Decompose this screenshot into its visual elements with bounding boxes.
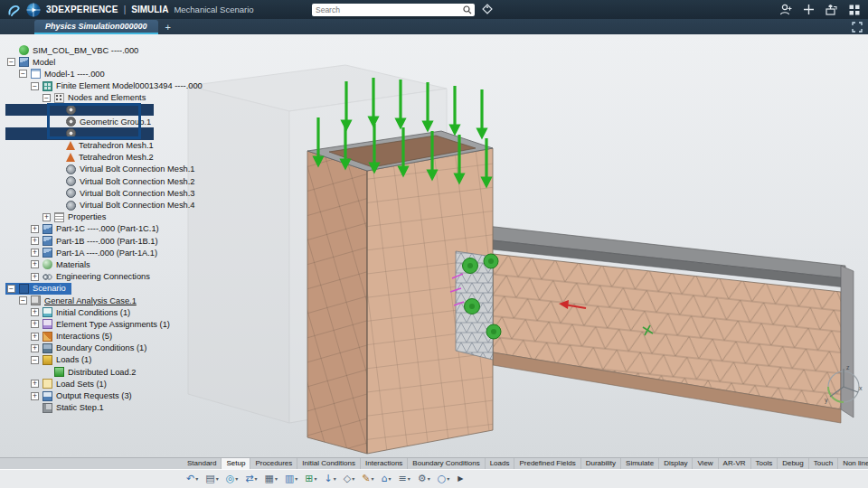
search-input[interactable] <box>312 5 463 14</box>
web-icon-button[interactable]: ◎▾ <box>223 473 241 485</box>
tree-item-label[interactable]: Virtual Bolt Connection Mesh.4 <box>80 201 194 210</box>
edit-icon-button[interactable]: ✎▾ <box>359 473 376 485</box>
collapse-icon[interactable]: − <box>7 58 15 66</box>
tree-item-label[interactable]: Model-1 ----.000 <box>44 70 105 79</box>
expand-icon[interactable]: + <box>31 320 39 328</box>
list-icon-button[interactable]: ≡▾ <box>396 473 413 485</box>
expand-icon[interactable]: + <box>31 392 39 400</box>
collapse-icon[interactable]: − <box>19 296 27 305</box>
chevron-down-icon[interactable]: ▾ <box>255 475 258 482</box>
tree-item-load-sets-1[interactable]: +Load Sets (1) <box>5 378 112 389</box>
ribbon-tab-procedures[interactable]: Procedures <box>250 458 297 469</box>
tree-item-element-type-assignments-1[interactable]: +Element Type Assignments (1) <box>5 318 175 330</box>
ribbon-tab-display[interactable]: Display <box>659 458 693 469</box>
collapse-icon[interactable]: − <box>19 70 27 78</box>
expand-icon[interactable]: + <box>31 225 39 233</box>
expand-icon[interactable]: + <box>31 237 39 245</box>
tree-item-label[interactable]: Static Step.1 <box>56 403 104 412</box>
tree-item-label[interactable]: Element Type Assignments (1) <box>56 320 170 329</box>
tree-item-general-analysis-case-1[interactable]: −General Analysis Case.1 <box>5 295 142 306</box>
add-icon[interactable] <box>803 4 815 15</box>
collapse-icon[interactable]: − <box>31 356 39 364</box>
viewport-3d[interactable]: x y z +SIM_COL_BM_VBC ----.000−Model−Mod… <box>0 34 868 457</box>
tree-item-output-requests-3[interactable]: +Output Requests (3) <box>5 389 137 401</box>
tree-item-label[interactable]: Initial Conditions (1) <box>56 308 130 317</box>
tree-item-scenario[interactable]: −Scenario <box>5 283 71 295</box>
ribbon-tab-debug[interactable]: Debug <box>778 458 809 469</box>
grid-icon-button[interactable]: ⊞▾ <box>302 473 319 485</box>
tree-item-label[interactable]: Tetrahedron Mesh.1 <box>79 141 154 150</box>
chevron-down-icon[interactable]: ▾ <box>389 475 392 482</box>
tree-item-sim-col-bm-vbc-000[interactable]: +SIM_COL_BM_VBC ----.000 <box>5 44 144 56</box>
chevron-down-icon[interactable]: ▾ <box>352 475 354 482</box>
tree-item-tetrahedron-mesh-2[interactable]: +Tetrahedron Mesh.2 <box>5 152 159 164</box>
collapse-icon[interactable]: − <box>7 285 15 293</box>
tree-item-label[interactable]: Virtual Bolt Connection Mesh.2 <box>80 177 194 186</box>
import-icon-button[interactable]: ↓▾ <box>322 473 339 485</box>
tree-item-distributed-load-2[interactable]: +Distributed Load.2 <box>5 366 141 378</box>
expand-icon[interactable]: + <box>42 213 51 221</box>
ribbon-tab-predefined-fields[interactable]: Predefined Fields <box>514 458 580 469</box>
tree-item-label[interactable]: Output Requests (3) <box>56 391 132 400</box>
tree-item-virtual-bolt-connection-mesh-1[interactable]: +Virtual Bolt Connection Mesh.1 <box>5 164 200 175</box>
collapse-icon[interactable]: − <box>31 82 39 90</box>
transfer-icon-button[interactable]: ⇄▾ <box>242 473 259 485</box>
tree-item-label[interactable]: Part-1C ----.000 (Part-1C.1) <box>56 224 159 233</box>
clipboard-icon-button[interactable]: ▤▾ <box>203 473 221 485</box>
new-tab-button[interactable]: + <box>158 20 178 34</box>
tree-item-label[interactable]: Loads (1) <box>56 355 91 364</box>
apps-icon[interactable] <box>848 4 861 16</box>
tree-item-finite-element-model00013494-000[interactable]: −Finite Element Model00013494 ----.000 <box>5 80 208 92</box>
expand-icon[interactable]: + <box>31 249 39 257</box>
tag-icon[interactable] <box>480 2 495 16</box>
chevron-down-icon[interactable]: ▾ <box>408 475 410 482</box>
tree-item-label[interactable]: Load Sets (1) <box>56 380 107 389</box>
tree-item-tetrahedron-mesh-1[interactable]: +Tetrahedron Mesh.1 <box>5 140 159 152</box>
panel-icon-button[interactable]: ▥▾ <box>282 473 300 485</box>
chevron-down-icon[interactable]: ▾ <box>315 475 317 482</box>
tree-item-properties[interactable]: +Properties <box>5 211 111 223</box>
chevron-down-icon[interactable]: ▾ <box>428 475 430 482</box>
tree-item-label[interactable]: Nodes and Elements <box>68 93 146 102</box>
chevron-down-icon[interactable]: ▾ <box>275 475 278 482</box>
tree-item-part-1a-000-part-1a-1[interactable]: +Part-1A ----.000 (Part-1A.1) <box>5 247 163 258</box>
chevron-down-icon[interactable]: ▾ <box>372 475 374 482</box>
tree-item-part-1c-000-part-1c-1[interactable]: +Part-1C ----.000 (Part-1C.1) <box>5 223 165 235</box>
ribbon-tab-setup[interactable]: Setup <box>222 458 250 469</box>
tree-item-virtual-bolt-connection-mesh-3[interactable]: +Virtual Bolt Connection Mesh.3 <box>5 187 200 199</box>
tree-item-label[interactable]: Tetrahedron Mesh.2 <box>79 153 154 162</box>
fullscreen-icon[interactable] <box>852 22 863 33</box>
ribbon-tab-ar-vr[interactable]: AR-VR <box>719 458 751 469</box>
table-icon-button[interactable]: ▦▾ <box>262 473 280 485</box>
home-icon-button[interactable]: ⌂▾ <box>379 473 394 485</box>
tree-item-boundary-conditions-1[interactable]: +Boundary Conditions (1) <box>5 343 152 354</box>
chevron-down-icon[interactable]: ▾ <box>447 475 449 482</box>
collapse-icon[interactable]: − <box>42 94 51 102</box>
tree-item-label[interactable]: Part-1A ----.000 (Part-1A.1) <box>56 249 157 258</box>
tree-item-label[interactable]: Materials <box>56 260 90 269</box>
search-icon[interactable] <box>463 5 472 14</box>
ribbon-tab-standard[interactable]: Standard <box>183 458 222 469</box>
expand-icon[interactable]: + <box>31 333 39 341</box>
ribbon-tab-simulate[interactable]: Simulate <box>621 458 659 469</box>
user-icon[interactable] <box>778 3 793 17</box>
tree-item-label[interactable]: Virtual Bolt Connection Mesh.3 <box>80 189 194 198</box>
tree-item-label[interactable]: Boundary Conditions (1) <box>56 343 146 352</box>
tree-item-loads-1[interactable]: −Loads (1) <box>5 354 97 366</box>
ribbon-tab-non-linear-versioning[interactable]: Non linear versioning <box>838 458 868 469</box>
tree-item-static-step-1[interactable]: +Static Step.1 <box>5 402 109 414</box>
ribbon-tab-durability[interactable]: Durability <box>581 458 621 469</box>
tree-item-nodes-and-elements[interactable]: −Nodes and Elements <box>5 92 151 104</box>
chevron-down-icon[interactable]: ▾ <box>195 475 198 482</box>
ribbon-tab-view[interactable]: View <box>693 458 718 469</box>
more-tools-icon[interactable]: ▶ <box>458 474 463 483</box>
chevron-down-icon[interactable]: ▾ <box>334 475 336 482</box>
ribbon-tab-boundary-conditions[interactable]: Boundary Conditions <box>408 458 485 469</box>
tree-item-label[interactable]: Properties <box>68 212 106 221</box>
settings-icon-button[interactable]: ⚙▾ <box>415 473 433 485</box>
expand-icon[interactable]: + <box>31 380 39 388</box>
tree-item-label[interactable]: SIM_COL_BM_VBC ----.000 <box>33 46 138 55</box>
tree-item-label[interactable]: Finite Element Model00013494 ----.000 <box>56 81 203 90</box>
tree-item-virtual-bolt-connection-mesh-4[interactable]: +Virtual Bolt Connection Mesh.4 <box>5 199 200 211</box>
tree-item-virtual-bolt-connection-mesh-2[interactable]: +Virtual Bolt Connection Mesh.2 <box>5 175 200 187</box>
